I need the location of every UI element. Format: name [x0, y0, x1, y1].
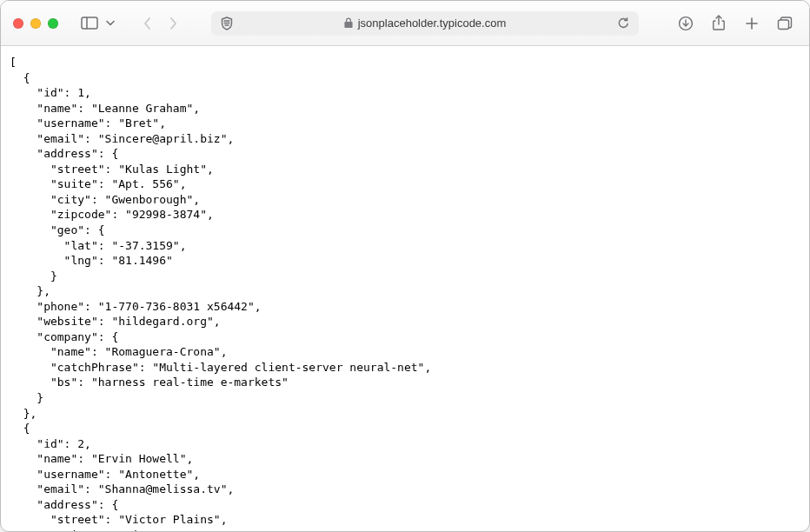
sidebar-menu-button[interactable]: [103, 13, 117, 34]
toolbar: jsonplaceholder.typicode.com: [1, 1, 809, 46]
sidebar-controls: [77, 13, 117, 34]
reload-button[interactable]: [614, 13, 632, 34]
page-content[interactable]: [ { "id": 1, "name": "Leanne Graham", "u…: [1, 46, 809, 531]
sidebar-icon: [81, 17, 98, 30]
address-host: jsonplaceholder.typicode.com: [358, 17, 507, 30]
tabs-icon: [777, 17, 793, 30]
downloads-button[interactable]: [674, 13, 698, 34]
lock-icon: [344, 17, 353, 29]
chevron-right-icon: [169, 17, 178, 30]
address-center: jsonplaceholder.typicode.com: [344, 17, 507, 30]
tab-overview-button[interactable]: [773, 13, 797, 34]
privacy-report-button[interactable]: [218, 13, 236, 34]
share-button[interactable]: [707, 13, 731, 34]
close-window-button[interactable]: [13, 18, 23, 29]
fullscreen-window-button[interactable]: [48, 18, 58, 29]
chevron-down-icon: [106, 20, 115, 26]
address-text: jsonplaceholder.typicode.com: [358, 17, 507, 30]
forward-button[interactable]: [161, 13, 185, 34]
address-bar[interactable]: jsonplaceholder.typicode.com: [211, 11, 639, 36]
shield-icon: [221, 17, 233, 30]
back-button[interactable]: [135, 13, 159, 34]
browser-window: jsonplaceholder.typicode.com: [0, 0, 810, 532]
toggle-sidebar-button[interactable]: [77, 13, 102, 34]
download-icon: [678, 16, 694, 31]
chevron-left-icon: [143, 17, 152, 30]
toolbar-right: [674, 13, 797, 34]
minimize-window-button[interactable]: [30, 18, 41, 29]
json-response-text: [ { "id": 1, "name": "Leanne Graham", "u…: [10, 55, 800, 531]
window-controls: [13, 18, 58, 29]
plus-icon: [745, 17, 759, 30]
svg-rect-0: [82, 17, 97, 29]
svg-rect-10: [779, 20, 789, 30]
navigation-controls: [135, 13, 185, 34]
new-tab-button[interactable]: [740, 13, 764, 34]
reload-icon: [617, 17, 630, 30]
share-icon: [712, 15, 726, 31]
